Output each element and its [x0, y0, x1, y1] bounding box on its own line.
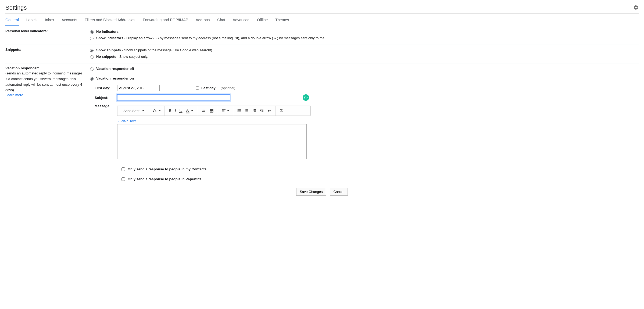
message-textarea[interactable]: [117, 124, 307, 159]
section-vacation-responder: Vacation responder: (sends an automated …: [5, 63, 639, 185]
radio-show-indicators[interactable]: [90, 37, 94, 40]
tab-advanced[interactable]: Advanced: [233, 15, 249, 26]
plain-text-link[interactable]: « Plain Text: [118, 119, 136, 123]
personal-indicators-label: Personal level indicators:: [5, 29, 48, 33]
section-personal-indicators: Personal level indicators: No indicators…: [5, 26, 639, 45]
font-family-selector[interactable]: Sans Serif: [122, 108, 146, 114]
bold-icon[interactable]: B: [167, 107, 173, 114]
org-only-checkbox[interactable]: [121, 177, 125, 181]
show-indicators-desc: - Display an arrow ( › ) by messages sen…: [123, 36, 325, 40]
cancel-button[interactable]: Cancel: [330, 188, 348, 196]
responder-off-text: Vacation responder off: [96, 66, 134, 72]
indent-more-icon[interactable]: [258, 107, 266, 114]
last-day-label: Last day:: [201, 86, 217, 90]
radio-responder-off[interactable]: [90, 67, 94, 71]
indent-less-icon[interactable]: [251, 107, 258, 114]
font-name-text: Sans Serif: [123, 109, 139, 113]
tab-filters[interactable]: Filters and Blocked Addresses: [85, 15, 135, 26]
numbered-list-icon[interactable]: [235, 107, 243, 114]
underline-icon[interactable]: U: [178, 107, 184, 114]
tab-chat[interactable]: Chat: [217, 15, 225, 26]
font-size-icon[interactable]: [151, 107, 162, 114]
caret-down-icon: [227, 110, 229, 111]
no-snippets-bold: No snippets: [96, 55, 116, 59]
responder-on-text: Vacation responder on: [96, 76, 134, 81]
page-title: Settings: [5, 4, 27, 11]
footer-actions: Save Changes Cancel: [5, 185, 639, 201]
show-snippets-desc: - Show snippets of the message (like Goo…: [121, 48, 213, 52]
radio-no-snippets[interactable]: [90, 55, 94, 59]
subject-input[interactable]: [117, 94, 230, 101]
first-day-input[interactable]: [117, 85, 160, 91]
tab-accounts[interactable]: Accounts: [62, 15, 77, 26]
section-snippets: Snippets: Show snippets - Show snippets …: [5, 45, 639, 63]
contacts-only-checkbox[interactable]: [121, 167, 125, 171]
image-icon[interactable]: [207, 107, 216, 114]
tab-offline[interactable]: Offline: [257, 15, 268, 26]
first-day-label: First day:: [95, 86, 117, 90]
save-button[interactable]: Save Changes: [296, 188, 326, 196]
bulleted-list-icon[interactable]: [243, 107, 251, 114]
caret-down-icon: [191, 110, 193, 111]
quote-icon[interactable]: [266, 107, 273, 114]
vacation-desc: (sends an automated reply to incoming me…: [5, 71, 84, 93]
last-day-input[interactable]: [219, 85, 261, 91]
link-icon[interactable]: [199, 107, 207, 114]
radio-responder-on[interactable]: [90, 77, 94, 81]
caret-down-icon: [159, 110, 161, 111]
vacation-label: Vacation responder:: [5, 66, 84, 70]
tab-inbox[interactable]: Inbox: [45, 15, 54, 26]
learn-more-link[interactable]: Learn more: [5, 93, 23, 97]
settings-tabs: General Labels Inbox Accounts Filters an…: [5, 13, 639, 26]
gear-icon[interactable]: [633, 5, 639, 11]
radio-show-snippets[interactable]: [90, 49, 94, 52]
tab-labels[interactable]: Labels: [26, 15, 37, 26]
radio-no-indicators[interactable]: [90, 30, 94, 34]
tab-general[interactable]: General: [5, 15, 19, 26]
contacts-only-label: Only send a response to people in my Con…: [128, 167, 206, 171]
align-icon[interactable]: [220, 107, 231, 114]
grammarly-icon[interactable]: [303, 94, 309, 101]
remove-formatting-icon[interactable]: [278, 107, 285, 114]
tab-forwarding[interactable]: Forwarding and POP/IMAP: [143, 15, 188, 26]
tab-themes[interactable]: Themes: [275, 15, 289, 26]
message-label: Message:: [95, 104, 117, 108]
editor-toolbar: Sans Serif B: [117, 106, 311, 116]
text-color-icon[interactable]: A: [184, 107, 195, 114]
snippets-label: Snippets:: [5, 48, 21, 52]
show-indicators-bold: Show indicators: [96, 36, 123, 40]
no-indicators-text: No indicators: [96, 29, 119, 35]
last-day-checkbox[interactable]: [196, 86, 199, 90]
no-snippets-desc: - Show subject only.: [116, 55, 148, 59]
tab-addons[interactable]: Add-ons: [196, 15, 210, 26]
org-only-label: Only send a response to people in Paperf…: [128, 177, 202, 181]
caret-down-icon: [142, 110, 144, 111]
italic-icon[interactable]: I: [173, 107, 178, 114]
subject-label: Subject:: [95, 96, 117, 100]
show-snippets-bold: Show snippets: [96, 48, 121, 52]
